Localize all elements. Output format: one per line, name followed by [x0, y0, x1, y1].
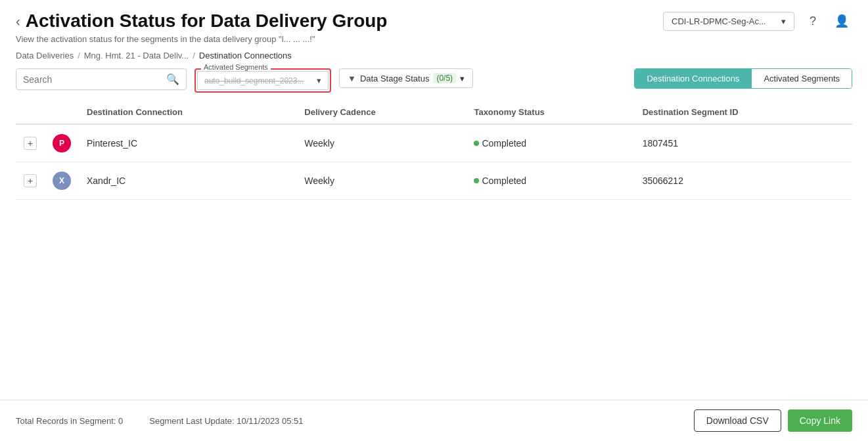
breadcrumb-delivery-group[interactable]: Mng. Hmt. 21 - Data Deliv...: [84, 51, 189, 60]
taxonomy-status: Completed: [482, 138, 526, 149]
col-expand: [16, 101, 45, 124]
segment-filter-wrapper: Activated Segments auto_build_segment_20…: [194, 68, 331, 93]
cadence-cell: Weekly: [296, 162, 466, 200]
stage-filter[interactable]: ▼ Data Stage Status (0/5) ▾: [339, 68, 473, 88]
taxonomy-cell: Completed: [466, 124, 634, 162]
user-button[interactable]: 👤: [831, 11, 852, 32]
segment-id-cell: 35066212: [635, 162, 852, 200]
status-dot-icon: [474, 178, 479, 183]
segment-dropdown[interactable]: auto_build_segment_2023... ▾: [197, 71, 329, 90]
table-row: + P Pinterest_IC Weekly Completed 180745…: [16, 124, 852, 162]
segment-filter-label: Activated Segments: [201, 63, 271, 71]
expand-button[interactable]: +: [24, 137, 37, 150]
breadcrumb-current: Destination Connections: [199, 51, 292, 60]
cadence-cell: Weekly: [296, 124, 466, 162]
breadcrumb-sep-1: /: [78, 51, 80, 60]
download-csv-button[interactable]: Download CSV: [694, 409, 781, 432]
org-dropdown-chevron-icon: ▾: [781, 16, 786, 26]
data-table-container: Destination Connection Delivery Cadence …: [0, 101, 868, 400]
search-box: 🔍: [16, 68, 187, 90]
taxonomy-status: Completed: [482, 175, 526, 186]
segment-dropdown-chevron-icon: ▾: [317, 76, 321, 85]
segment-id-cell: 1807451: [635, 124, 852, 162]
breadcrumb-data-deliveries[interactable]: Data Deliveries: [16, 51, 74, 60]
back-arrow[interactable]: ‹: [16, 14, 20, 29]
col-destination: Destination Connection: [79, 101, 296, 124]
segment-dropdown-value: auto_build_segment_2023...: [204, 76, 304, 85]
expand-button[interactable]: +: [24, 174, 37, 187]
status-dot-icon: [474, 141, 479, 146]
breadcrumb: Data Deliveries / Mng. Hmt. 21 - Data De…: [0, 51, 868, 68]
stage-filter-label: Data Stage Status: [360, 74, 430, 83]
avatar: P: [53, 134, 71, 152]
tab-destination-connections[interactable]: Destination Connections: [635, 69, 752, 88]
help-button[interactable]: ?: [802, 11, 823, 32]
org-dropdown[interactable]: CDI-LR-DPMC-Seg-Ac... ▾: [663, 12, 794, 31]
col-cadence: Delivery Cadence: [296, 101, 466, 124]
search-input[interactable]: [23, 74, 162, 85]
filter-icon: ▼: [348, 74, 356, 83]
tab-activated-segments[interactable]: Activated Segments: [752, 69, 852, 88]
data-table: Destination Connection Delivery Cadence …: [16, 101, 852, 200]
footer-records: Total Records in Segment: 0: [16, 416, 123, 426]
org-dropdown-label: CDI-LR-DPMC-Seg-Ac...: [672, 16, 766, 26]
copy-link-button[interactable]: Copy Link: [788, 409, 852, 432]
stage-filter-chevron-icon: ▾: [460, 74, 465, 83]
footer-last-update: Segment Last Update: 10/11/2023 05:51: [149, 416, 303, 426]
footer: Total Records in Segment: 0 Segment Last…: [0, 400, 868, 441]
destination-cell: Xandr_IC: [79, 162, 296, 200]
page-subtitle: View the activation status for the segme…: [16, 34, 852, 44]
table-row: + X Xandr_IC Weekly Completed 35066212: [16, 162, 852, 200]
col-taxonomy: Taxonomy Status: [466, 101, 634, 124]
stage-filter-count: (0/5): [433, 73, 456, 83]
col-segment-id: Destination Segment ID: [635, 101, 852, 124]
avatar: X: [53, 172, 71, 190]
breadcrumb-sep-2: /: [193, 51, 195, 60]
destination-cell: Pinterest_IC: [79, 124, 296, 162]
col-avatar: [45, 101, 79, 124]
page-title: Activation Status for Data Delivery Grou…: [26, 11, 388, 32]
taxonomy-cell: Completed: [466, 162, 634, 200]
search-icon: 🔍: [166, 73, 179, 85]
view-tabs: Destination Connections Activated Segmen…: [634, 68, 852, 89]
